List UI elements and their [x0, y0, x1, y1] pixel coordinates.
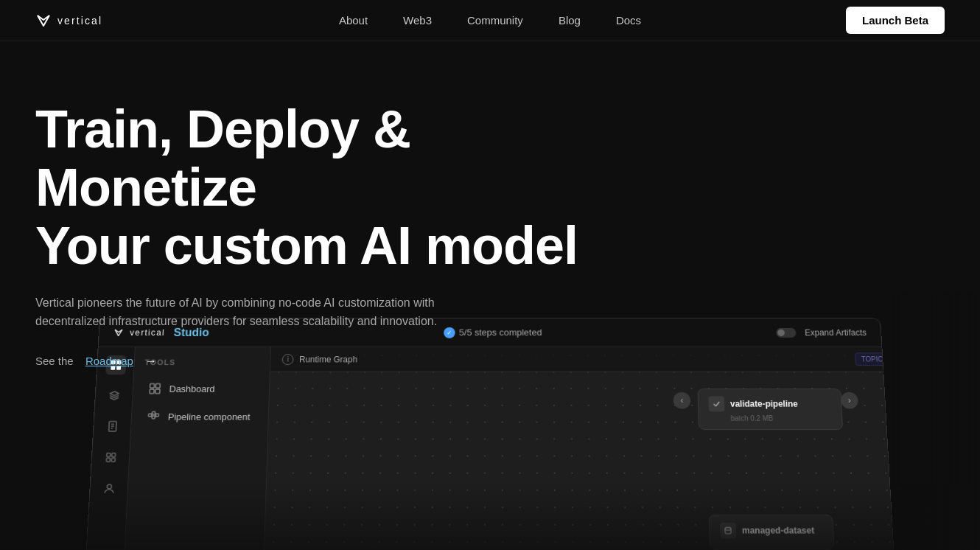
- hero-title-line1: Train, Deploy & Monetize: [35, 100, 410, 217]
- svg-rect-10: [150, 383, 154, 388]
- svg-rect-7: [106, 458, 110, 462]
- node-managed-icon: [720, 523, 737, 539]
- svg-rect-6: [111, 453, 115, 457]
- tool-pipeline-label: Pipeline component: [168, 411, 251, 422]
- app-body: TOOLS Dashboard: [85, 347, 895, 550]
- nav-links: About Web3 Community Blog Docs: [339, 14, 641, 27]
- svg-rect-15: [153, 411, 155, 414]
- nav-link-docs[interactable]: Docs: [616, 14, 641, 27]
- canvas-prev-button[interactable]: ‹: [673, 392, 690, 409]
- hero-title-line2: Your custom AI model: [35, 216, 578, 275]
- svg-rect-13: [155, 389, 160, 394]
- dashboard-icon: [147, 382, 162, 396]
- node-managed[interactable]: managed-dataset: [709, 515, 835, 549]
- launch-beta-button[interactable]: Launch Beta: [846, 7, 945, 34]
- navbar: vertical About Web3 Community Blog Docs …: [0, 0, 980, 41]
- node-validate-icon: [708, 396, 724, 411]
- tool-dashboard-label: Dashboard: [169, 383, 215, 394]
- roadmap-link-word[interactable]: Roadmap: [85, 355, 133, 367]
- svg-rect-8: [111, 458, 115, 462]
- node-managed-header: managed-dataset: [720, 523, 823, 539]
- logo[interactable]: vertical: [35, 13, 102, 29]
- svg-rect-5: [106, 453, 110, 457]
- sidebar-layers-icon[interactable]: [103, 386, 125, 405]
- node-validate-header: validate-pipeline: [708, 396, 831, 411]
- tool-pipeline[interactable]: Pipeline component: [141, 404, 259, 429]
- svg-rect-11: [155, 383, 160, 388]
- node-validate-name: validate-pipeline: [730, 399, 798, 408]
- svg-point-9: [107, 484, 111, 489]
- logo-text: vertical: [57, 15, 102, 27]
- nav-link-community[interactable]: Community: [467, 14, 523, 27]
- hero-subtitle: Vertical pioneers the future of AI by co…: [35, 293, 463, 331]
- logo-icon: [35, 13, 52, 29]
- roadmap-arrow: →: [145, 355, 157, 368]
- nav-link-about[interactable]: About: [339, 14, 368, 27]
- hero-title: Train, Deploy & Monetize Your custom AI …: [35, 100, 625, 276]
- hero-section: Train, Deploy & Monetize Your custom AI …: [0, 41, 980, 368]
- roadmap-prefix: See the: [35, 355, 74, 367]
- svg-rect-12: [150, 389, 154, 394]
- svg-point-18: [725, 527, 731, 530]
- app-canvas: i Runtime Graph TOPIC validate-pipeline: [264, 347, 895, 550]
- app-tools-panel: TOOLS Dashboard: [124, 347, 271, 550]
- sidebar-file-icon[interactable]: [102, 417, 123, 436]
- svg-rect-16: [152, 416, 155, 419]
- tool-dashboard[interactable]: Dashboard: [143, 376, 259, 401]
- node-validate[interactable]: validate-pipeline batch 0.2 MB: [697, 389, 843, 430]
- node-managed-name: managed-dataset: [742, 526, 815, 536]
- svg-rect-17: [155, 414, 158, 417]
- node-validate-sub: batch 0.2 MB: [730, 414, 831, 422]
- sidebar-user-icon[interactable]: [98, 478, 119, 498]
- nav-link-blog[interactable]: Blog: [559, 14, 581, 27]
- nav-link-web3[interactable]: Web3: [403, 14, 432, 27]
- roadmap-link[interactable]: See the Roadmap →: [35, 355, 945, 368]
- pipeline-icon: [146, 409, 161, 423]
- svg-rect-14: [149, 414, 152, 417]
- canvas-next-button[interactable]: ›: [840, 392, 858, 409]
- sidebar-component-icon[interactable]: [100, 448, 122, 467]
